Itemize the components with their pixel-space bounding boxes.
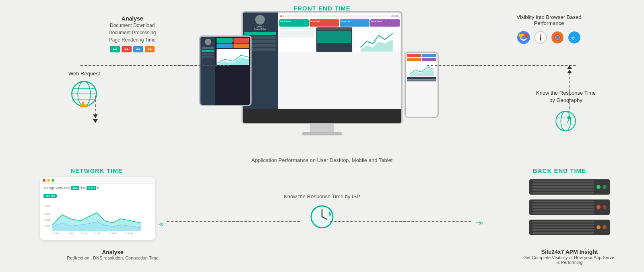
server-dot-orange xyxy=(597,225,601,229)
dot-yellow xyxy=(47,179,50,182)
browser-icons: e xyxy=(516,30,582,45)
safari-icon xyxy=(533,30,548,45)
svg-text:30 JAN: 30 JAN xyxy=(80,232,89,235)
globe-icon xyxy=(70,80,98,108)
phone-device xyxy=(405,52,439,118)
analyse-bottom-subtitle: Redirection , DNS resolution, Connection… xyxy=(56,255,169,260)
dashed-h-top-right xyxy=(427,65,576,66)
server-dot-red xyxy=(597,205,601,209)
rack-dots-3 xyxy=(597,225,607,229)
devices-group: James T.Space Online xyxy=(237,11,407,135)
dot-green2 xyxy=(52,179,54,182)
ie-icon: e xyxy=(567,30,582,45)
site24-title: Site24x7 APM Insight xyxy=(523,249,616,255)
monitor-screen: James T.Space Online xyxy=(243,12,401,109)
svg-point-2 xyxy=(522,35,526,39)
svg-text:200k: 200k xyxy=(44,224,51,227)
chart-topbar xyxy=(40,177,155,184)
analyse-top-subtitle: Document Download Document Processing Pa… xyxy=(109,22,156,44)
server-dot-red2 xyxy=(603,205,607,209)
analyse-badges: ●● ●● ●● ●● xyxy=(109,46,156,52)
arrow-down-1 xyxy=(93,114,98,118)
analyse-top-section: Analyse Document Download Document Proce… xyxy=(109,15,156,52)
badge-green: ●● xyxy=(110,46,120,52)
chart-value: 343,061 xyxy=(43,194,57,198)
dot-red xyxy=(43,179,45,182)
svg-text:7 FEB: 7 FEB xyxy=(95,232,101,235)
chart-header: ≋ Page visits from JAN ▾ to MAR ▾ xyxy=(43,186,152,190)
monitor-base xyxy=(302,132,342,135)
svg-point-9 xyxy=(540,37,541,38)
web-request-label: Web Request xyxy=(68,71,100,77)
network-time-label: NETWORK TIME xyxy=(70,167,123,174)
clock-section xyxy=(310,205,334,230)
rack-lines-3 xyxy=(533,221,594,234)
server-dot-orange2 xyxy=(603,225,607,229)
rack-dots-1 xyxy=(597,185,607,189)
analyse-bottom-section: Analyse Redirection , DNS resolution, Co… xyxy=(56,249,169,260)
arrow-down-2 xyxy=(93,119,98,123)
svg-text:300k: 300k xyxy=(44,212,51,215)
geo-section: Know the Response Timeby Geography xyxy=(536,89,596,136)
chrome-icon xyxy=(516,30,531,45)
dashed-v-right xyxy=(569,73,570,109)
server-rack-2 xyxy=(529,199,610,215)
server-rack-1 xyxy=(529,179,610,195)
server-rack-3 xyxy=(529,220,610,235)
svg-text:400k: 400k xyxy=(44,204,51,207)
rack-dots-2 xyxy=(597,205,607,209)
svg-text:15 FEB: 15 FEB xyxy=(109,232,117,235)
svg-text:e: e xyxy=(572,35,574,41)
analyse-bottom-title: Analyse xyxy=(56,249,169,255)
chart-body: ≋ Page visits from JAN ▾ to MAR ▾ 343,06… xyxy=(40,184,155,239)
server-dot-green xyxy=(597,185,601,189)
firefox-icon xyxy=(550,30,565,45)
browser-section: Visiblity Into Browser BasedPerformance xyxy=(516,14,582,45)
analyse-top-title: Analyse xyxy=(109,15,156,22)
dashed-v-webrequest xyxy=(95,96,96,116)
svg-point-45 xyxy=(568,116,571,120)
arrow-up-right2 xyxy=(567,65,572,69)
isp-right-arrows: → » xyxy=(474,218,483,227)
svg-point-13 xyxy=(556,36,559,39)
monitor-frame: James T.Space Online xyxy=(242,11,402,124)
isp-dashed-right xyxy=(330,221,471,222)
svg-text:0 JAN: 0 JAN xyxy=(52,232,59,235)
badge-red: ●● xyxy=(122,46,132,52)
browser-label: Visiblity Into Browser BasedPerformance xyxy=(516,14,582,26)
server-dot-green2 xyxy=(603,185,607,189)
svg-rect-22 xyxy=(80,104,89,107)
geo-globe-icon xyxy=(553,108,579,134)
monitor-stand xyxy=(310,124,334,132)
isp-label: Know the Response Time by ISP xyxy=(284,193,360,199)
dashed-h-top xyxy=(80,65,229,66)
site24-label: Site24x7 APM Insight Get Complete Visibi… xyxy=(523,249,616,265)
isp-left-arrows: « ← xyxy=(159,220,168,228)
geo-label: Know the Response Timeby Geography xyxy=(536,89,596,104)
monitor: James T.Space Online xyxy=(242,11,402,135)
arrow-up-right xyxy=(567,70,572,73)
backend-time-label: BACK END TIME xyxy=(527,167,592,174)
svg-text:25 MAR: 25 MAR xyxy=(125,232,134,235)
clock-icon xyxy=(310,205,334,229)
badge-blue: ●● xyxy=(133,46,143,52)
svg-text:250k: 250k xyxy=(44,218,51,221)
chart-svg: 400k 300k 250k 200k 0 JAN 15 JAN 30 JAN … xyxy=(43,199,152,235)
rack-lines-1 xyxy=(533,181,594,193)
rack-lines-2 xyxy=(533,201,594,214)
chart-card: ≋ Page visits from JAN ▾ to MAR ▾ 343,06… xyxy=(40,177,155,240)
isp-dashed-left xyxy=(167,221,300,222)
badge-orange: ●● xyxy=(145,46,155,52)
tablet-device xyxy=(199,35,252,106)
app-perf-label: Application Performance on User Desktop,… xyxy=(252,157,393,163)
front-end-label: FRONT END TIME xyxy=(293,5,351,12)
svg-text:15 JAN: 15 JAN xyxy=(66,232,74,235)
site24-subtitle: Get Complete Visibility of How your App … xyxy=(523,255,616,265)
